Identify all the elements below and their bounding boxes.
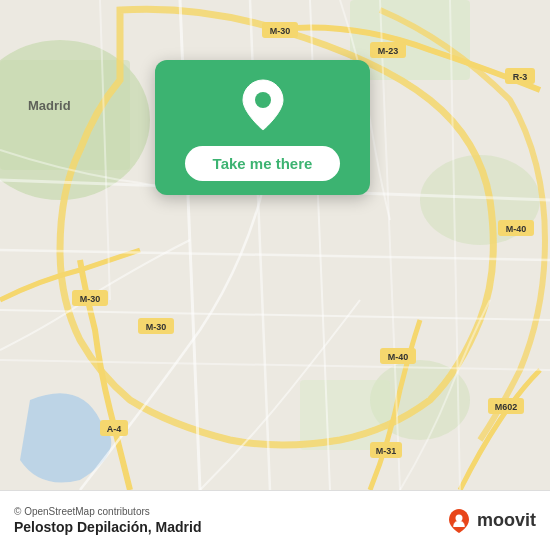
map-container: M-30 M-23 R-3 M-30 M-30 M-40 M-40 M-31 A…: [0, 0, 550, 490]
moovit-logo-icon: [445, 507, 473, 535]
svg-text:R-3: R-3: [513, 72, 528, 82]
svg-text:M-30: M-30: [270, 26, 291, 36]
moovit-text: moovit: [477, 510, 536, 531]
svg-rect-2: [0, 60, 130, 170]
svg-text:M-40: M-40: [388, 352, 409, 362]
svg-text:M-30: M-30: [146, 322, 167, 332]
place-name: Pelostop Depilación, Madrid: [14, 519, 201, 535]
bottom-bar: © OpenStreetMap contributors Pelostop De…: [0, 490, 550, 550]
svg-text:M-40: M-40: [506, 224, 527, 234]
take-me-there-button[interactable]: Take me there: [185, 146, 341, 181]
popup-overlay: Take me there: [155, 60, 370, 195]
svg-text:A-4: A-4: [107, 424, 122, 434]
osm-attribution: © OpenStreetMap contributors: [14, 506, 201, 517]
svg-point-38: [255, 92, 271, 108]
svg-text:M-31: M-31: [376, 446, 397, 456]
svg-text:Madrid: Madrid: [28, 98, 71, 113]
svg-point-39: [455, 514, 462, 521]
location-pin-icon: [236, 78, 290, 132]
bottom-left: © OpenStreetMap contributors Pelostop De…: [14, 506, 201, 535]
moovit-logo: moovit: [445, 507, 536, 535]
svg-text:M-23: M-23: [378, 46, 399, 56]
svg-text:M-30: M-30: [80, 294, 101, 304]
svg-text:M602: M602: [495, 402, 518, 412]
